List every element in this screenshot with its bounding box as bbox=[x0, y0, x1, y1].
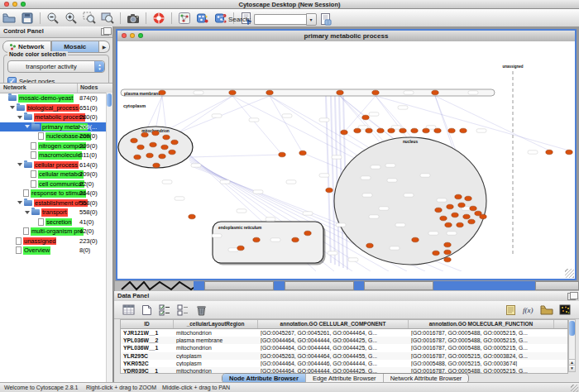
gene-node[interactable] bbox=[455, 194, 462, 199]
import-attributes-icon[interactable] bbox=[538, 303, 555, 318]
table-cell[interactable]: [GO:0005488, GO:0005215, GO:0003674] bbox=[409, 361, 554, 366]
table-cell[interactable]: mitochondrion bbox=[174, 345, 258, 351]
background-window[interactable] bbox=[364, 281, 433, 290]
window-resize-grip[interactable] bbox=[565, 269, 574, 278]
table-cell[interactable]: YKR052C bbox=[121, 361, 174, 366]
gene-node[interactable] bbox=[229, 90, 236, 95]
gene-node[interactable] bbox=[448, 128, 455, 133]
table-cell[interactable]: YLR295C bbox=[121, 353, 174, 359]
gene-node[interactable] bbox=[457, 222, 463, 227]
tab-overflow-arrow[interactable]: ▶ bbox=[99, 41, 110, 53]
table-cell[interactable]: [GO:0016787, GO:0005488, GO:0005215, G..… bbox=[409, 330, 554, 336]
tree-row[interactable]: establishment of lo558(0) bbox=[0, 198, 112, 208]
gene-node[interactable] bbox=[299, 151, 306, 155]
table-cell[interactable]: YJR121W__1 bbox=[121, 330, 174, 336]
tree-row[interactable]: mosaic-demo-yeast874(0) bbox=[0, 93, 112, 103]
search-input[interactable] bbox=[254, 14, 306, 25]
gene-node[interactable] bbox=[326, 188, 333, 193]
gene-node[interactable] bbox=[253, 237, 260, 242]
column-header[interactable]: annotation.GO CELLULAR_COMPONENT bbox=[258, 320, 409, 328]
expand-arrow-icon[interactable] bbox=[25, 211, 30, 214]
tree-row[interactable]: cellular metabol209(0) bbox=[0, 170, 112, 179]
column-header[interactable]: ID bbox=[121, 320, 174, 328]
table-row[interactable]: YLR295Ccytoplasm[GO:0045263, GO:0044464,… bbox=[121, 352, 567, 360]
gene-node[interactable] bbox=[444, 250, 451, 255]
gene-node[interactable] bbox=[423, 128, 429, 133]
gene-node[interactable] bbox=[153, 163, 160, 168]
table-cell[interactable]: [GO:0016787, GO:0005215, GO:0003824, G..… bbox=[409, 353, 554, 359]
unselect-attributes-icon[interactable] bbox=[175, 303, 191, 318]
gene-node[interactable] bbox=[159, 90, 165, 95]
expand-arrow-icon[interactable] bbox=[17, 201, 22, 204]
network-view-window[interactable]: primary metabolic process plasma membran… bbox=[116, 29, 577, 280]
background-window[interactable] bbox=[285, 281, 354, 290]
gene-node[interactable] bbox=[292, 237, 299, 242]
gene-node[interactable] bbox=[279, 152, 285, 157]
open-file-icon[interactable] bbox=[1, 11, 17, 26]
gene-node[interactable] bbox=[452, 213, 458, 218]
column-header[interactable]: _cellularLayoutRegion bbox=[174, 320, 258, 328]
gene-node[interactable] bbox=[141, 132, 148, 137]
table-scrollbar-thumb[interactable] bbox=[569, 321, 575, 336]
gene-node[interactable] bbox=[159, 154, 165, 159]
gene-node[interactable] bbox=[440, 216, 447, 221]
gene-node[interactable] bbox=[388, 128, 395, 133]
gene-node[interactable] bbox=[134, 155, 141, 160]
edge[interactable] bbox=[270, 96, 303, 153]
table-cell[interactable]: [GO:0045267, GO:0045261, GO:0044464, G..… bbox=[258, 330, 409, 336]
gene-node[interactable] bbox=[458, 203, 465, 208]
background-window[interactable] bbox=[204, 281, 274, 290]
table-cell[interactable]: [GO:0045263, GO:0044464, GO:0044455, G..… bbox=[258, 353, 409, 359]
tree-row[interactable]: nucleobase-con209(0) bbox=[0, 131, 112, 141]
attribute-table[interactable]: ID_cellularLayoutRegionannotation.GO CEL… bbox=[120, 319, 568, 374]
gene-node[interactable] bbox=[435, 208, 442, 213]
tree-row[interactable]: primary metabol209(... bbox=[0, 122, 112, 132]
expand-arrow-icon[interactable] bbox=[17, 116, 22, 119]
select-all-attributes-icon[interactable] bbox=[120, 303, 136, 318]
table-row[interactable]: YPL036W__2plasma membrane[GO:0044464, GO… bbox=[121, 337, 567, 344]
table-row[interactable]: YJR121W__1mitochondrion[GO:0045267, GO:0… bbox=[121, 329, 567, 337]
gene-node[interactable] bbox=[362, 115, 369, 120]
table-cell[interactable]: [GO:0016787, GO:0005488, GO:0005215, G..… bbox=[409, 337, 554, 343]
edge[interactable] bbox=[435, 96, 549, 151]
table-cell[interactable]: cytoplasm bbox=[174, 353, 258, 359]
float-panel-icon[interactable] bbox=[567, 293, 576, 300]
gene-node[interactable] bbox=[460, 128, 467, 133]
table-scrollbar[interactable]: ▲ ▼ bbox=[568, 319, 576, 372]
gene-node[interactable] bbox=[434, 128, 441, 133]
snapshot-camera-icon[interactable] bbox=[125, 11, 141, 26]
table-cell[interactable]: [GO:0044464, GO:0044444, GO:0044425, G..… bbox=[258, 337, 409, 343]
column-header[interactable]: annotation.GO MOLECULAR_FUNCTION bbox=[409, 320, 554, 328]
network-window-titlebar[interactable]: primary metabolic process bbox=[117, 31, 575, 42]
gene-node[interactable] bbox=[411, 128, 418, 133]
gene-node[interactable] bbox=[546, 150, 553, 155]
tree-row[interactable]: nitrogen compou209(0) bbox=[0, 141, 112, 151]
tree-row[interactable]: Overview8(0) bbox=[0, 246, 112, 256]
gene-node[interactable] bbox=[468, 219, 475, 224]
gene-node[interactable] bbox=[366, 243, 373, 248]
gene-node[interactable] bbox=[189, 214, 195, 219]
attribute-notes-icon[interactable] bbox=[502, 303, 519, 318]
gene-node[interactable] bbox=[237, 246, 244, 251]
gene-node[interactable] bbox=[412, 237, 419, 242]
scroll-down-icon[interactable]: ▼ bbox=[569, 365, 575, 371]
table-cell[interactable]: plasma membrane bbox=[174, 337, 258, 343]
gene-node[interactable] bbox=[137, 145, 144, 150]
expand-arrow-icon[interactable] bbox=[10, 106, 15, 109]
search-options-icon[interactable] bbox=[318, 12, 334, 26]
gene-node[interactable] bbox=[341, 130, 347, 135]
tree-row[interactable]: metabolic process280(0) bbox=[0, 112, 112, 122]
tree-row[interactable]: multi-organism pro42(0) bbox=[0, 227, 112, 237]
search-dropdown-button[interactable]: ▾ bbox=[306, 13, 317, 26]
gene-node[interactable] bbox=[433, 251, 439, 256]
tree-row[interactable]: biological_process651(0) bbox=[0, 103, 112, 113]
zoom-out-icon[interactable] bbox=[45, 11, 61, 26]
gene-node[interactable] bbox=[337, 90, 343, 95]
tree-row[interactable]: macromolecule311(0) bbox=[0, 151, 112, 160]
app-titlebar[interactable]: Cytoscape Desktop (New Session) bbox=[0, 0, 579, 9]
expand-arrow-icon[interactable] bbox=[25, 125, 30, 128]
expand-arrow-icon[interactable] bbox=[17, 163, 22, 166]
table-row[interactable]: YKR052Ccytoplasm[GO:0044464, GO:0044446,… bbox=[121, 360, 567, 367]
gene-node[interactable] bbox=[146, 153, 153, 158]
gene-node[interactable] bbox=[463, 214, 470, 219]
